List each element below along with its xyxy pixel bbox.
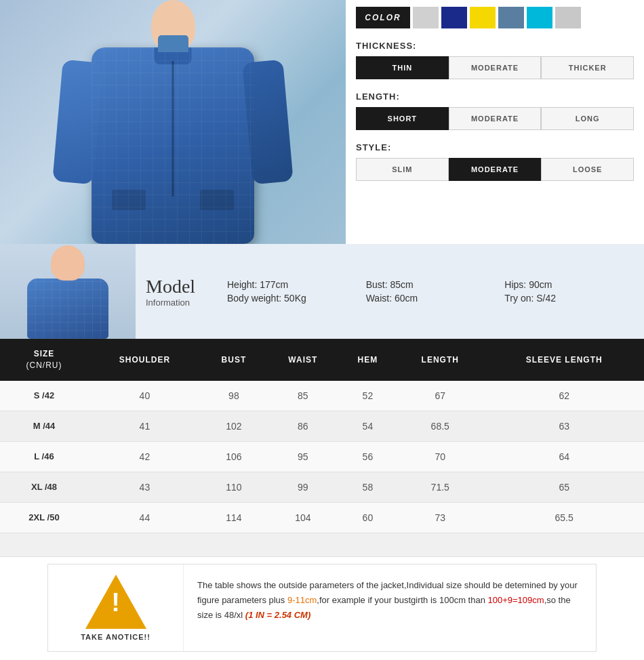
product-options-section: COLOR THICKNESS: THIN MODERATE THICKER L… [346,0,644,244]
col-hem: HEM [340,339,396,381]
measurement-cell: 43 [88,472,201,502]
color-swatches-row: COLOR [356,7,634,28]
style-moderate-button[interactable]: MODERATE [449,158,542,181]
model-tryon: Try on: S/42 [504,293,641,304]
model-bust-label: Bust: [366,279,388,290]
measurement-cell: 41 [88,411,201,441]
color-swatch-yellow[interactable] [470,7,496,28]
measurement-cell: 63 [484,411,644,441]
notice-text: The table shows the outside parameters o… [184,564,596,651]
model-tryon-value: S/42 [536,293,556,304]
model-label: Model Information [136,269,224,314]
measurement-cell: 98 [201,381,266,411]
color-swatch-gray-light2[interactable] [555,7,581,28]
size-cell: L /46 [0,441,88,472]
measurement-cell: 60 [340,502,396,533]
length-label: LENGTH: [356,91,634,102]
measurement-cell: 56 [340,441,396,472]
table-row: 2XL /5044114104607365.5 [0,502,644,533]
color-option: COLOR [356,7,634,28]
thickness-moderate-button[interactable]: MODERATE [449,56,542,79]
measurement-cell: 110 [201,472,266,502]
table-header-row: SIZE(CN/RU) SHOULDER BUST WAIST HEM LENG… [0,339,644,381]
main-product-area: COLOR THICKNESS: THIN MODERATE THICKER L… [0,0,644,244]
notice-section: ! TAKE ANOTICE!! The table shows the out… [47,564,597,652]
length-long-button[interactable]: LONG [541,107,634,130]
notice-highlight3: (1 IN = 2.54 CM) [245,610,310,620]
warning-triangle-container: ! [85,575,146,629]
measurement-cell: 64 [484,441,644,472]
measurement-cell: 68.5 [396,411,484,441]
product-image [0,0,346,244]
color-label-swatch[interactable]: COLOR [356,7,410,28]
style-label: STYLE: [356,142,634,152]
color-swatch-cyan[interactable] [527,7,552,28]
warning-exclamation: ! [111,590,120,615]
model-hips-value: 90cm [529,279,552,290]
length-buttons: SHORT MODERATE LONG [356,107,634,130]
style-loose-button[interactable]: LOOSE [541,158,634,181]
model-bust: Bust: 85cm [366,279,502,290]
model-waist-label: Waist: [366,293,392,304]
measurement-cell: 67 [396,381,484,411]
model-bodyweight-label: Body weight: [227,293,281,304]
measurement-cell: 114 [201,502,266,533]
color-swatch-navy[interactable] [441,7,467,28]
thickness-thin-button[interactable]: THIN [356,56,449,79]
measurement-cell: 44 [88,502,201,533]
product-image-section [0,0,346,244]
size-cell: 2XL /50 [0,502,88,533]
size-cell: XL /48 [0,472,88,502]
model-bodyweight-value: 50Kg [284,293,306,304]
measurement-cell: 52 [340,381,396,411]
measurement-cell: 54 [340,411,396,441]
style-buttons: SLIM MODERATE LOOSE [356,158,634,181]
table-row: S /42409885526762 [0,381,644,411]
size-table: SIZE(CN/RU) SHOULDER BUST WAIST HEM LENG… [0,339,644,533]
model-hips: Hips: 90cm [504,279,641,290]
notice-label: TAKE ANOTICE!! [81,633,150,641]
measurement-cell: 71.5 [396,472,484,502]
model-bodyweight: Body weight: 50Kg [227,293,363,304]
length-moderate-button[interactable]: MODERATE [449,107,542,130]
model-tryon-label: Try on: [504,293,534,304]
notice-highlight2: 100+9=109cm [488,595,544,605]
table-row: M /4441102865468.563 [0,411,644,441]
notice-icon-box: ! TAKE ANOTICE!! [48,564,184,651]
color-swatch-steel-blue[interactable] [498,7,524,28]
measurement-cell: 65.5 [484,502,644,533]
model-height: Height: 177cm [227,279,363,290]
style-option: STYLE: SLIM MODERATE LOOSE [356,142,634,181]
measurement-cell: 106 [201,441,266,472]
col-length: LENGTH [396,339,484,381]
model-waist-value: 60cm [395,293,418,304]
measurement-cell: 73 [396,502,484,533]
model-stats-grid: Height: 177cm Bust: 85cm Hips: 90cm Body… [224,272,644,310]
model-photo [0,244,136,339]
model-hips-label: Hips: [504,279,526,290]
length-short-button[interactable]: SHORT [356,107,449,130]
measurement-cell: 99 [266,472,340,502]
notice-highlight1: 9-11cm [287,595,317,605]
thickness-label: THICKNESS: [356,41,634,51]
style-slim-button[interactable]: SLIM [356,158,449,181]
measurement-cell: 86 [266,411,340,441]
thickness-thicker-button[interactable]: THICKER [541,56,634,79]
measurement-cell: 65 [484,472,644,502]
model-height-label: Height: [227,279,257,290]
measurement-cell: 104 [266,502,340,533]
col-sleeve: SLEEVE LENGTH [484,339,644,381]
table-row: L /464210695567064 [0,441,644,472]
measurement-cell: 70 [396,441,484,472]
size-table-wrapper: SIZE(CN/RU) SHOULDER BUST WAIST HEM LENG… [0,339,644,557]
size-cell: S /42 [0,381,88,411]
thickness-buttons: THIN MODERATE THICKER [356,56,634,79]
measurement-cell: 62 [484,381,644,411]
model-bust-value: 85cm [390,279,413,290]
model-waist: Waist: 60cm [366,293,502,304]
measurement-cell: 102 [201,411,266,441]
color-swatch-gray-light[interactable] [413,7,439,28]
measurement-cell: 42 [88,441,201,472]
table-row: XL /4843110995871.565 [0,472,644,502]
model-subtitle-text: Information [146,297,214,308]
